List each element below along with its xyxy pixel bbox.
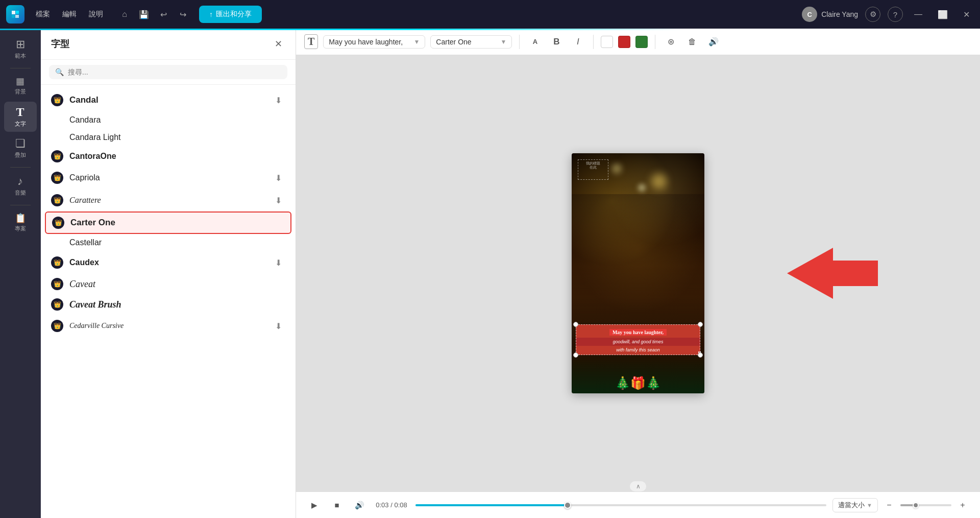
sidebar-item-overlay[interactable]: ❏ 疊加: [4, 134, 37, 163]
redo-button[interactable]: ↪: [175, 6, 191, 22]
zoom-in-button[interactable]: +: [955, 498, 970, 512]
preview-background: 我的標題在此 ": [572, 153, 704, 393]
preview-image-gradient: [572, 194, 704, 337]
handle-tr[interactable]: [698, 322, 703, 327]
home-button[interactable]: ⌂: [116, 6, 133, 22]
arrow-tail: [832, 261, 878, 286]
premium-badge-capriola: 👑: [51, 172, 63, 184]
preview-card[interactable]: 我的標題在此 ": [572, 153, 704, 393]
download-btn-candal[interactable]: ⬇: [271, 93, 285, 107]
minimize-button[interactable]: —: [910, 8, 926, 21]
export-label: 匯出和分享: [216, 10, 252, 19]
menu-help[interactable]: 說明: [84, 8, 108, 21]
font-item-cantoraone[interactable]: 👑 CantoraOne: [41, 146, 296, 167]
text-tool-icon: T: [304, 34, 318, 49]
app-logo: [6, 5, 24, 23]
font-item-castellar[interactable]: Castellar: [41, 234, 296, 251]
font-item-cedarville[interactable]: 👑 Cedarville Cursive ⬇: [41, 315, 296, 337]
font-item-caveat[interactable]: 👑 Caveat: [41, 274, 296, 294]
download-btn-caudex[interactable]: ⬇: [271, 255, 285, 270]
sidebar-item-text[interactable]: T 文字: [4, 102, 37, 132]
font-item-candal[interactable]: 👑 Candal ⬇: [41, 89, 296, 111]
font-item-carter-one[interactable]: 👑 Carter One: [45, 211, 291, 234]
sidebar-label-project: 專案: [15, 225, 26, 232]
progress-bar[interactable]: [415, 504, 826, 506]
sidebar-item-project[interactable]: 📋 專案: [4, 209, 37, 237]
font-color-button[interactable]: A: [527, 34, 543, 50]
sidebar-item-music[interactable]: ♪ 音樂: [4, 172, 37, 201]
font-item-candara[interactable]: Candara: [41, 111, 296, 129]
text-line1: May you have laughter,: [609, 329, 667, 336]
sidebar-item-template[interactable]: ⊞ 範本: [4, 35, 37, 64]
font-item-caudex[interactable]: 👑 Caudex ⬇: [41, 251, 296, 274]
collapse-button[interactable]: ∧: [630, 481, 646, 491]
font-name-select[interactable]: Carter One ▼: [430, 35, 512, 49]
stop-button[interactable]: ■: [329, 497, 345, 513]
zoom-slider[interactable]: [900, 504, 951, 506]
premium-badge-cedarville: 👑: [51, 320, 63, 332]
topbar-right: C Claire Yang ⚙ ? — ⬜ ✕: [802, 7, 974, 22]
font-panel: 字型 ✕ 🔍 👑 Candal ⬇ Candara: [41, 29, 296, 518]
preview-textbox-container[interactable]: " May you have laughter, goodwill, and g…: [576, 324, 700, 355]
close-button[interactable]: ✕: [959, 8, 974, 21]
menu-file[interactable]: 檔案: [31, 8, 55, 21]
zoom-slider-thumb[interactable]: [913, 502, 919, 508]
text-content-select[interactable]: May you have laughter, ▼: [323, 35, 425, 49]
save-button[interactable]: 💾: [136, 6, 152, 22]
zoom-out-button[interactable]: −: [882, 498, 896, 512]
font-name-caveat: Caveat: [69, 279, 285, 290]
font-item-capriola[interactable]: 👑 Capriola ⬇: [41, 167, 296, 189]
maximize-button[interactable]: ⬜: [934, 8, 952, 21]
volume-button[interactable]: 🔊: [351, 497, 368, 513]
export-button[interactable]: ↑ 匯出和分享: [199, 6, 262, 23]
menu-edit[interactable]: 編輯: [57, 8, 82, 21]
font-panel-close-button[interactable]: ✕: [271, 37, 285, 51]
download-btn-carattere[interactable]: ⬇: [271, 193, 285, 207]
handle-br[interactable]: [698, 352, 703, 358]
layers-button[interactable]: ⊛: [663, 34, 679, 50]
delete-button[interactable]: 🗑: [684, 34, 700, 50]
export-icon: ↑: [209, 10, 213, 18]
premium-badge-caudex: 👑: [51, 256, 63, 269]
handle-tl[interactable]: [573, 322, 578, 327]
zoom-select[interactable]: 適當大小 ▼: [832, 498, 878, 512]
audio-button[interactable]: 🔊: [705, 34, 722, 50]
font-name-candal: Candal: [69, 95, 265, 105]
canvas-content: 我的標題在此 ": [296, 55, 980, 491]
italic-button[interactable]: I: [570, 34, 586, 50]
main-layout: ⊞ 範本 ▦ 背景 T 文字 ❏ 疊加 ♪ 音樂 📋 專案 字型 ✕: [0, 29, 980, 518]
progress-wrap: [415, 504, 826, 506]
font-name-caudex: Caudex: [69, 258, 265, 267]
text-line3: with family this seaon: [584, 347, 692, 352]
sidebar-divider-3: [10, 205, 31, 205]
download-btn-cedarville[interactable]: ⬇: [271, 319, 285, 333]
preview-placeholder[interactable]: 我的標題在此: [578, 159, 608, 180]
font-item-caveat-brush[interactable]: 👑 Caveat Brush: [41, 294, 296, 315]
font-name-caveat-brush: Caveat Brush: [69, 299, 285, 310]
sidebar-divider-2: [10, 167, 31, 168]
font-search-input[interactable]: [68, 68, 281, 76]
font-name-cantoraone: CantoraOne: [69, 152, 285, 161]
color-swatch-red[interactable]: [618, 36, 630, 48]
progress-thumb[interactable]: [564, 502, 571, 509]
sidebar-item-background[interactable]: ▦ 背景: [4, 73, 37, 100]
undo-button[interactable]: ↩: [155, 6, 172, 22]
font-name-carattere: Carattere: [69, 196, 265, 205]
color-swatch-white[interactable]: [601, 36, 613, 48]
download-btn-capriola[interactable]: ⬇: [271, 171, 285, 185]
settings-button[interactable]: ⚙: [865, 7, 880, 22]
toolbar: T May you have laughter, ▼ Carter One ▼ …: [296, 29, 980, 55]
font-item-candara-light[interactable]: Candara Light: [41, 129, 296, 146]
text-icon: T: [16, 106, 24, 118]
font-item-carattere[interactable]: 👑 Carattere ⬇: [41, 189, 296, 211]
font-search-inner: 🔍: [49, 65, 287, 79]
play-button[interactable]: ▶: [306, 497, 323, 513]
handle-bl[interactable]: [573, 352, 578, 358]
sidebar-divider-1: [10, 68, 31, 68]
font-name-candara-light: Candara Light: [69, 133, 285, 142]
help-button[interactable]: ?: [888, 7, 903, 22]
left-sidebar: ⊞ 範本 ▦ 背景 T 文字 ❏ 疊加 ♪ 音樂 📋 專案: [0, 29, 41, 518]
canvas-area: 我的標題在此 ": [296, 55, 980, 491]
bold-button[interactable]: B: [548, 34, 565, 50]
color-swatch-green[interactable]: [635, 36, 648, 48]
